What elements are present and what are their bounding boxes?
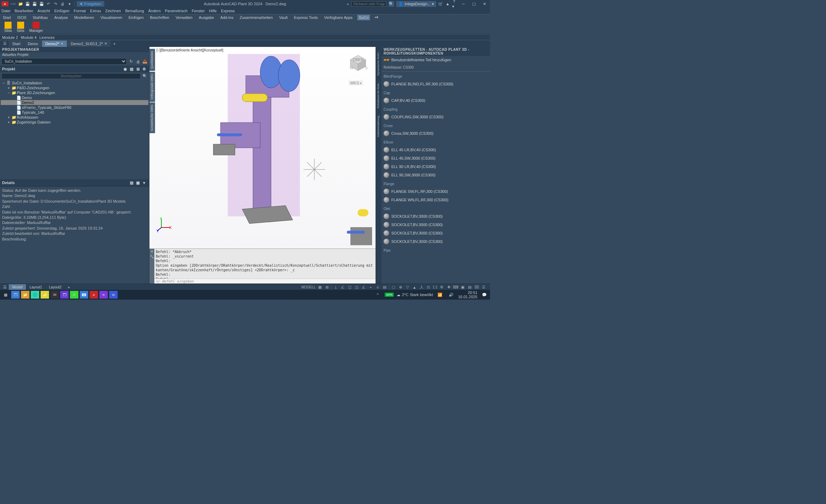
cmd-close-icon[interactable]: ✕	[150, 250, 153, 253]
tb-task10[interactable]: N	[99, 291, 108, 299]
clock[interactable]: 20:51 16.01.2025	[458, 290, 477, 299]
tray-net-icon[interactable]: 📶	[436, 291, 444, 299]
saveall-icon[interactable]: 💾	[32, 1, 37, 6]
ribbon-tab-visualisieren[interactable]: Visualisieren	[99, 15, 124, 20]
add-tab-button[interactable]: +	[111, 41, 118, 47]
scale-label[interactable]: 1:1	[433, 285, 438, 290]
view-icon[interactable]: ◉	[122, 66, 128, 72]
palette-item[interactable]: SOCKOLET,BV,3000 (CS300)	[382, 237, 490, 246]
menu-bearbeiten[interactable]: Bearbeiten	[15, 9, 33, 13]
palette-side-tab[interactable]: Instrumentierung...	[376, 112, 382, 139]
doc-tab-demo2[interactable]: Demo2*✕	[42, 41, 67, 47]
gizmo-icon[interactable]: ⊕	[398, 285, 403, 290]
ribbon-tab-verfügbare-apps[interactable]: Verfügbare Apps	[323, 15, 354, 20]
folder-open-icon[interactable]: 📁	[18, 1, 23, 6]
tree-toggle-icon[interactable]: −	[7, 91, 10, 95]
palette-item[interactable]: COUPLING,SW,3000 (CS300)	[382, 113, 490, 121]
palette-item[interactable]: ELL 90,SW,3000 (CS300)	[382, 171, 490, 179]
tree-item[interactable]: −📁Plant 3D-Zeichnungen	[1, 90, 148, 95]
tray-vol-icon[interactable]: 🔊	[447, 291, 455, 299]
tree-search-input[interactable]	[1, 73, 141, 79]
cart-icon[interactable]: 🛒	[438, 1, 443, 6]
menu-einfügen[interactable]: Einfügen	[54, 9, 69, 13]
tree-item[interactable]: −🗄SuCri_Installation	[1, 80, 148, 85]
tpy-icon[interactable]: ▤	[382, 285, 387, 290]
tb-task6[interactable]: 🗔	[60, 291, 69, 299]
ribbon-btn-sikla[interactable]: Sikla	[15, 21, 27, 33]
ribbon-tab-ausgabe[interactable]: Ausgabe	[197, 15, 215, 20]
palette-item[interactable]: CAP,BV,40 (CS300)	[382, 96, 490, 105]
tb-task7[interactable]: ✔	[70, 291, 78, 299]
ribbon-overflow-icon[interactable]: ▪▾	[373, 14, 380, 20]
viewport[interactable]: QuelldateienOrthogonale DWGIsometrische …	[149, 47, 376, 284]
details-ico3[interactable]: ▾	[141, 180, 147, 186]
search-icon[interactable]: 🔍	[388, 1, 394, 7]
ribbon-tab-add-ins[interactable]: Add-ins	[219, 15, 234, 20]
menu-fenster[interactable]: Fenster	[192, 9, 205, 13]
panel-label[interactable]: Module 2	[2, 35, 18, 40]
palette-side-tab[interactable]: Dynamische Rohrl...	[376, 48, 382, 78]
user-menu[interactable]: 👤IntegaDesign...▾	[396, 1, 436, 7]
palette-item[interactable]: SOCKOLET,BV,3000 (CS300)	[382, 212, 490, 220]
grid-icon[interactable]: ▦	[317, 285, 323, 290]
help-search-input[interactable]	[351, 1, 386, 7]
restore-button[interactable]: ▢	[470, 1, 478, 7]
tree-item[interactable]: 📄siFramo_Typicals_StützeF80	[1, 105, 148, 110]
palette-item[interactable]: FLANGE SW,FL,RF,300 (CS300)	[382, 187, 490, 196]
tree-toggle-icon[interactable]: +	[7, 115, 10, 119]
palette-item[interactable]: ELL 45 LR,BV,40 (CS300)	[382, 146, 490, 154]
palette-item[interactable]: Cross,SW,3000 (CS300)	[382, 129, 490, 138]
clean-icon[interactable]: ⌧	[474, 285, 479, 290]
battery-indicator[interactable]: 92%	[385, 293, 394, 297]
redo-icon[interactable]: ↷	[53, 1, 58, 6]
model-label[interactable]: MODELL	[301, 285, 316, 290]
cmd-wrench-icon[interactable]: 🔧	[150, 255, 154, 259]
layout-tab-layout1[interactable]: Layout1	[26, 284, 46, 290]
tree-icon[interactable]: ⊞	[135, 66, 141, 72]
tree-item[interactable]: 📄Demo	[1, 95, 148, 100]
hamburger-icon[interactable]: ☰	[1, 41, 8, 47]
tree-toggle-icon[interactable]: +	[7, 86, 10, 90]
command-input[interactable]: Befehl eingeben	[162, 279, 374, 283]
print-icon[interactable]: 🖨	[60, 1, 65, 6]
palette-item[interactable]: SOCKOLET,BV,3000 (CS300)	[382, 220, 490, 229]
tree-item[interactable]: 📄Demo2	[1, 100, 148, 105]
menu-datei[interactable]: Datei	[1, 9, 10, 13]
doc-tab-demo2_su013_2[interactable]: Demo2_SU013_2*✕	[67, 41, 111, 47]
palette-item[interactable]: ELL 45,SW,3000 (CS300)	[382, 154, 490, 162]
help-icon[interactable]: ？▾	[452, 1, 457, 6]
ribbon-tab-analyse[interactable]: Analyse	[53, 15, 69, 20]
tb-task8[interactable]: 📧	[80, 291, 88, 299]
viewport-side-tab[interactable]: Orthogonale DWG	[149, 72, 155, 102]
menu-ansicht[interactable]: Ansicht	[37, 9, 50, 13]
tb-task9[interactable]: A	[90, 291, 98, 299]
share-button[interactable]: Freigeben	[77, 1, 105, 7]
ribbon-tab-beschriften[interactable]: Beschriften	[149, 15, 171, 20]
customize-icon[interactable]: ☰	[481, 285, 486, 290]
ribbon-tab-verwalten[interactable]: Verwalten	[174, 15, 194, 20]
tree-item[interactable]: +📁P&ID-Zeichnungen	[1, 85, 148, 90]
notifications-icon[interactable]: 💬	[480, 291, 489, 299]
tree-item[interactable]: +📁Zugehörige Dateien	[1, 120, 148, 125]
details-ico2[interactable]: ▦	[135, 180, 141, 186]
units-icon[interactable]: ⌨	[453, 285, 458, 290]
menu-ändern[interactable]: Ändern	[148, 9, 161, 13]
layout-tab-layout2[interactable]: Layout2	[46, 284, 65, 290]
palette-item[interactable]: FLANGE BLIND,FL,RF,300 (CS300)	[382, 80, 490, 88]
osnap-icon[interactable]: ◻	[347, 285, 352, 290]
tree-toggle-icon[interactable]: +	[7, 120, 10, 124]
layout-hamburger-icon[interactable]: ☰	[1, 285, 8, 290]
close-tab-icon[interactable]: ✕	[61, 42, 63, 46]
chevron-down-icon[interactable]: ▾	[67, 1, 72, 6]
tb-task4[interactable]: 📁	[41, 291, 49, 299]
weather-widget[interactable]: ☁ 2°C Stark bewölkt	[397, 293, 433, 297]
menu-express[interactable]: Express	[221, 9, 235, 13]
3dosnap-icon[interactable]: ◫	[354, 285, 359, 290]
details-ico1[interactable]: ▤	[129, 180, 134, 186]
plus-icon[interactable]: ✚	[446, 285, 451, 290]
palette-item[interactable]: ELL 90 LR,BV,40 (CS300)	[382, 162, 490, 171]
viewport-side-tab[interactable]: Isometrische DWG	[149, 103, 155, 133]
panel-label[interactable]: Licences	[40, 35, 55, 40]
tree-toggle-icon[interactable]: −	[2, 81, 6, 85]
ortho-icon[interactable]: ⊥	[333, 285, 338, 290]
